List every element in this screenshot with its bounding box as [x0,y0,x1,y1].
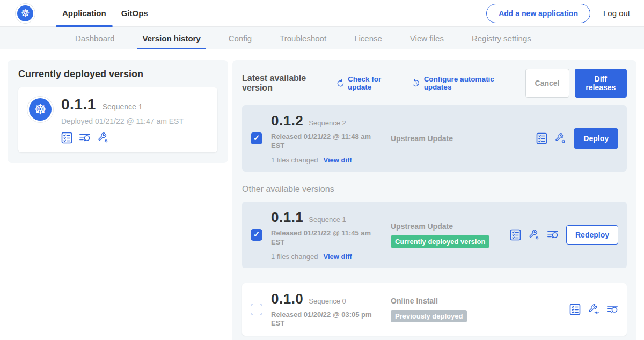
deployed-panel-title: Currently deployed version [18,69,217,80]
logout-button[interactable]: Log out [603,9,630,18]
cancel-button[interactable]: Cancel [525,69,569,98]
deployed-version-number: 0.1.1 [61,96,96,113]
version-checkbox[interactable] [251,229,262,241]
configure-automatic-updates-label: Configure automatic updates [424,75,514,91]
version-source: Online Install Previously deployed [386,297,569,322]
sequence-label: Sequence 2 [309,119,346,127]
released-timestamp: Released 01/21/22 @ 11:48 am EST [271,132,376,151]
tab-version-history[interactable]: Version history [128,27,214,49]
deploy-button[interactable]: Deploy [574,128,618,149]
version-actions: Redeploy [510,225,618,245]
deployed-version-card: 0.1.1 Sequence 1 Deployed 01/21/22 @ 11:… [18,87,217,152]
tab-registry-settings[interactable]: Registry settings [458,27,545,49]
version-card-0-1-2: 0.1.2 Sequence 2 Released 01/21/22 @ 11:… [242,105,627,172]
edit-config-icon[interactable] [555,132,566,144]
kubernetes-wheel-icon [29,98,52,121]
app-logo [27,96,54,123]
deployed-icon-row [61,132,184,144]
diff-releases-button[interactable]: Diff releases [575,69,627,98]
deployed-sequence-label: Sequence 1 [103,102,143,111]
latest-version-header: Latest available version Check for updat… [242,69,627,98]
other-versions-title: Other available versions [242,184,627,194]
kubernetes-wheel-icon [17,5,33,21]
view-config-icon[interactable] [588,304,599,315]
version-number: 0.1.1 [271,209,303,226]
preflight-checks-icon[interactable] [510,229,521,241]
deploy-logs-icon[interactable] [79,132,91,144]
tab-troubleshoot[interactable]: Troubleshoot [266,27,340,49]
currently-deployed-badge: Currently deployed version [391,235,489,248]
tab-dashboard[interactable]: Dashboard [61,27,128,49]
check-for-update-label: Check for update [348,75,400,91]
header-actions: Cancel Diff releases [525,69,627,98]
preflight-checks-icon[interactable] [536,132,547,144]
deploy-logs-icon[interactable] [607,304,618,315]
latest-version-title: Latest available version [242,73,329,93]
edit-config-icon[interactable] [98,132,109,144]
sequence-label: Sequence 0 [309,297,346,305]
spacer [242,268,627,283]
source-label: Upstream Update [391,222,510,231]
version-number: 0.1.0 [271,291,303,307]
edit-config-icon[interactable] [529,229,540,241]
kubernetes-logo [15,3,35,24]
tab-license[interactable]: License [340,27,396,49]
view-diff-link[interactable]: View diff [323,253,352,261]
deployed-timestamp: Deployed 01/21/22 @ 11:47 am EST [61,117,184,125]
check-for-update-link[interactable]: Check for update [336,75,401,91]
deploy-logs-icon[interactable] [547,229,559,241]
source-label: Online Install [391,297,569,305]
version-checkbox[interactable] [251,132,262,144]
app-sub-nav: Dashboard Version history Config Trouble… [0,27,644,49]
view-diff-link[interactable]: View diff [323,156,352,164]
tab-view-files[interactable]: View files [396,27,458,49]
files-changed-label: 1 files changed [271,156,318,164]
sequence-label: Sequence 1 [309,216,346,224]
version-info: 0.1.2 Sequence 2 Released 01/21/22 @ 11:… [271,113,386,164]
version-card-0-1-1: 0.1.1 Sequence 1 Released 01/21/22 @ 11:… [242,202,627,268]
version-actions [569,304,618,315]
tab-config[interactable]: Config [215,27,266,49]
version-history-panel: Latest available version Check for updat… [232,60,636,340]
currently-deployed-panel: Currently deployed version 0.1.1 Sequenc… [8,60,228,163]
deployed-version-info: 0.1.1 Sequence 1 Deployed 01/21/22 @ 11:… [61,96,184,144]
add-application-button[interactable]: Add a new application [486,4,590,23]
version-info: 0.1.0 Sequence 0 Released 01/20/22 @ 03:… [271,291,386,329]
released-timestamp: Released 01/20/22 @ 03:05 pm EST [271,311,376,329]
redeploy-button[interactable]: Redeploy [566,225,618,245]
preflight-checks-icon[interactable] [61,132,72,144]
previously-deployed-badge: Previously deployed [391,310,467,322]
preflight-checks-icon[interactable] [569,304,581,315]
version-number: 0.1.2 [271,113,303,129]
top-nav: Application GitOps Add a new application… [0,0,644,27]
version-source: Upstream Update [386,134,536,143]
source-label: Upstream Update [391,134,536,143]
released-timestamp: Released 01/21/22 @ 11:45 am EST [271,229,376,247]
version-source: Upstream Update Currently deployed versi… [386,222,510,248]
version-actions: Deploy [536,128,618,149]
version-card-0-1-0: 0.1.0 Sequence 0 Released 01/20/22 @ 03:… [242,283,627,336]
configure-automatic-updates-link[interactable]: Configure automatic updates [412,75,513,91]
top-nav-right: Add a new application Log out [486,4,630,23]
version-info: 0.1.1 Sequence 1 Released 01/21/22 @ 11:… [271,209,386,261]
main-content: Currently deployed version 0.1.1 Sequenc… [0,49,644,340]
tab-application[interactable]: Application [55,0,114,27]
tab-gitops[interactable]: GitOps [114,0,156,27]
version-checkbox[interactable] [251,304,262,315]
refresh-icon [336,79,345,88]
files-changed-label: 1 files changed [271,253,318,261]
schedule-update-icon [412,79,420,88]
